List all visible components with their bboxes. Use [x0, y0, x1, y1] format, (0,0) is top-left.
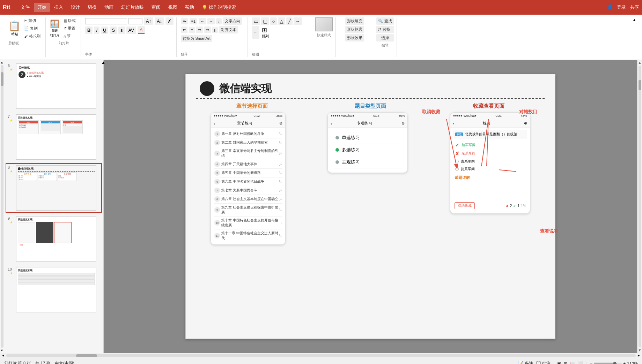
menu-slideshow[interactable]: 幻灯片放映: [118, 3, 147, 12]
slide-thumb-8[interactable]: 8 ★ 微信端实现 章节选择 第一章... 第二章... 第三章...: [6, 163, 102, 213]
font-group: A↑ A↓ ✗ B I U S s AV A 字体: [82, 17, 177, 57]
section-button[interactable]: § 节: [61, 33, 78, 39]
clear-format-button[interactable]: ✗: [165, 17, 174, 25]
text-direction-button[interactable]: 文字方向: [223, 17, 242, 25]
paste-button[interactable]: 📋 粘贴: [8, 20, 21, 37]
underline-button[interactable]: U: [101, 26, 108, 34]
strikethrough-button[interactable]: S: [110, 26, 117, 34]
line-spacing-button[interactable]: ↕: [216, 18, 222, 24]
justify-button[interactable]: ⇔: [204, 26, 211, 33]
scroll-right-arrow[interactable]: ►: [637, 354, 641, 357]
bullet-list-button[interactable]: ≡•: [181, 18, 188, 24]
normal-view-button[interactable]: ▣: [557, 361, 561, 364]
shape-effect-button[interactable]: 形状效果: [345, 34, 364, 41]
copy-button[interactable]: 📄 复制: [22, 25, 43, 32]
slide-sorter-button[interactable]: ⊞: [564, 361, 567, 364]
select-button[interactable]: 选择: [376, 34, 394, 41]
menu-review[interactable]: 审阅: [148, 3, 164, 12]
spacing-button[interactable]: AV: [126, 26, 136, 34]
font-family-input[interactable]: [85, 18, 127, 24]
new-slide-button[interactable]: 🪟 新建幻灯片: [50, 20, 59, 38]
share-button[interactable]: 共享: [630, 4, 639, 10]
slide-canvas[interactable]: 微信端实现 章节选择页面 题目类型页面 收藏查看页面 ●●●●● WeChat▾: [185, 74, 555, 339]
menu-insert[interactable]: 插入: [51, 3, 67, 12]
section-labels: 章节选择页面 题目类型页面 收藏查看页面: [193, 103, 548, 109]
shape-outline-button[interactable]: 形状轮廓: [345, 26, 364, 33]
chapter-item-10: 10 第十章 中国特色社会主义的开创与接续发展 ›: [214, 217, 282, 229]
font-color-button[interactable]: A: [138, 26, 145, 34]
menu-start[interactable]: 开始: [34, 3, 50, 12]
shadow-button[interactable]: s: [118, 26, 125, 34]
phone3-status: ●●●●● WeChat▾ 0:21 43%: [450, 113, 530, 119]
menu-animation[interactable]: 动画: [101, 3, 117, 12]
presenter-view-button[interactable]: ⬜: [578, 361, 583, 364]
decrease-font-button[interactable]: A↓: [155, 17, 164, 25]
font-size-input[interactable]: [128, 18, 142, 24]
rect-button[interactable]: ▭: [252, 17, 260, 25]
slide-thumb-6[interactable]: 6 ★ 关连游览 2 ● 在线游览实现 ● Web端实现: [6, 61, 102, 111]
number-list-button[interactable]: ≡1: [190, 18, 198, 24]
bold-button[interactable]: B: [85, 26, 93, 34]
h-scroll-thumb[interactable]: [76, 354, 97, 357]
scroll-thumb-left[interactable]: [1, 72, 3, 86]
scroll-up-icon[interactable]: ▲: [638, 61, 642, 65]
menu-design[interactable]: 设计: [67, 3, 83, 12]
zoom-slider[interactable]: [594, 363, 622, 364]
arrange-button[interactable]: ⊞ 排列: [262, 26, 269, 39]
increase-indent-button[interactable]: →: [207, 18, 215, 24]
align-right-button[interactable]: ➡: [196, 26, 203, 33]
zoom-out-button[interactable]: −: [590, 361, 592, 364]
reading-view-button[interactable]: 📖: [570, 361, 575, 364]
menu-help[interactable]: 帮助: [182, 3, 198, 12]
menu-search[interactable]: 💡 操作说明搜索: [198, 3, 239, 12]
left-scroll-panel: ▲ ▼: [0, 60, 4, 353]
columns-button[interactable]: ⫿: [212, 27, 218, 33]
format-button[interactable]: 🖌 格式刷: [22, 33, 43, 39]
collapse-ribbon-button[interactable]: ▲: [632, 17, 636, 22]
layout-button[interactable]: ▦ 版式: [61, 17, 78, 24]
scroll-down-arrow[interactable]: ▼: [0, 349, 3, 352]
scroll-thumb-right[interactable]: [639, 80, 641, 90]
align-left-button[interactable]: ⬅: [181, 26, 187, 33]
scroll-left-arrow[interactable]: ◄: [1, 354, 5, 357]
rounded-rect-button[interactable]: ▢: [261, 17, 269, 25]
right-scrollbar[interactable]: ▲ ▼: [637, 60, 642, 353]
menu-file[interactable]: 文件: [17, 3, 33, 12]
italic-button[interactable]: I: [94, 26, 99, 34]
login-label[interactable]: 登录: [617, 4, 626, 10]
zoom-thumb[interactable]: [613, 362, 617, 364]
more-icon3: ⋯ ⊕: [519, 121, 527, 126]
comments-button[interactable]: 💬 批注: [536, 361, 551, 364]
menu-view[interactable]: 视图: [165, 3, 181, 12]
shape-fill-button[interactable]: 形状填充: [345, 17, 364, 25]
phone1-nav: ‹ 章节练习 ⋯ ⊕: [211, 119, 285, 128]
align-text-button[interactable]: 对齐文本: [219, 26, 238, 33]
align-center-button[interactable]: ≡: [189, 27, 194, 33]
slide-9-thumbnail: 关连游览实现 ←标注: [16, 216, 96, 261]
menu-transition[interactable]: 切换: [84, 3, 100, 12]
arrow-button[interactable]: →: [294, 17, 302, 25]
increase-font-button[interactable]: A↑: [144, 17, 153, 25]
slide-thumb-7[interactable]: 7 ★ 关连游览实现 页面 练习列表 练习内容 图示: [6, 112, 102, 162]
phone1: ●●●●● WeChat▾ 0:12 36% ‹ 章节练习 ⋯ ⊕ 1: [211, 112, 286, 245]
slide-scroll-up[interactable]: ▲: [101, 60, 105, 65]
scroll-track-right: [639, 66, 641, 347]
find-button[interactable]: 🔍 查找: [376, 17, 394, 25]
reset-button[interactable]: ↺ 重置: [61, 25, 78, 32]
slide-thumb-9[interactable]: 9 ★ 关连游览实现 ←标注: [6, 214, 102, 264]
slide-thumb-10[interactable]: 10 ★ 关连游览实现: [6, 265, 102, 314]
phone-screenshots: ●●●●● WeChat▾ 0:12 36% ‹ 章节练习 ⋯ ⊕ 1: [186, 112, 555, 245]
cancel-collect-button[interactable]: 取消收藏: [455, 202, 475, 209]
cut-button[interactable]: ✂ 剪切: [22, 17, 43, 24]
replace-button[interactable]: ⇄ 替换: [376, 26, 394, 33]
notes-button[interactable]: 📝 备注: [518, 361, 533, 364]
line-button[interactable]: ╱: [286, 17, 293, 25]
scroll-down-icon[interactable]: ▼: [638, 348, 642, 352]
decrease-indent-button[interactable]: ←: [199, 18, 206, 24]
convert-smartart-button[interactable]: 转换为 SmartArt: [181, 35, 212, 42]
triangle-button[interactable]: △: [278, 17, 285, 25]
scroll-up-arrow[interactable]: ▲: [0, 61, 3, 64]
shape-more-button[interactable]: ⋯: [252, 26, 259, 39]
zoom-in-button[interactable]: +: [623, 361, 626, 364]
oval-button[interactable]: ○: [270, 17, 276, 25]
